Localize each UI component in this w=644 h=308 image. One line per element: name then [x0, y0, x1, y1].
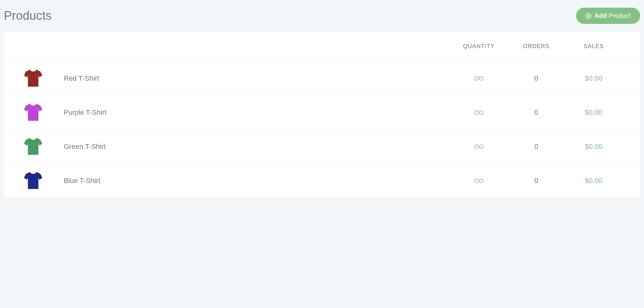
tshirt-icon: [22, 169, 45, 192]
orders-cell: 0: [508, 108, 565, 117]
product-cell: Blue T-Shirt: [22, 170, 450, 192]
page-title: Products: [4, 9, 52, 23]
orders-cell: 0: [508, 74, 565, 83]
product-name: Blue T-Shirt: [64, 177, 100, 185]
add-button-label-light: Product: [609, 12, 631, 19]
product-cell: Red T-Shirt: [22, 67, 450, 90]
table-row[interactable]: Red T-Shirt 0 $0.00: [4, 62, 640, 96]
orders-cell: 0: [508, 177, 565, 185]
product-name: Purple T-Shirt: [64, 108, 106, 117]
tshirt-icon: [22, 67, 45, 90]
quantity-cell: [450, 75, 508, 82]
infinity-icon: [473, 75, 484, 82]
orders-cell: 0: [508, 143, 565, 151]
table-row[interactable]: Purple T-Shirt 0 $0.00: [4, 96, 640, 130]
column-orders: ORDERS: [508, 43, 565, 50]
tshirt-icon: [22, 135, 45, 158]
table-row[interactable]: Blue T-Shirt 0 $0.00: [4, 164, 640, 198]
product-name: Green T-Shirt: [64, 143, 106, 151]
sales-cell: $0.00: [565, 74, 622, 83]
product-cell: Green T-Shirt: [22, 136, 450, 158]
column-sales: SALES: [565, 43, 622, 50]
quantity-cell: [450, 178, 508, 184]
tshirt-icon: [22, 101, 45, 124]
table-header: QUANTITY ORDERS SALES: [4, 32, 640, 62]
infinity-icon: [473, 143, 484, 150]
product-cell: Purple T-Shirt: [22, 101, 450, 124]
column-quantity: QUANTITY: [450, 43, 508, 50]
product-name: Red T-Shirt: [64, 74, 99, 83]
sales-cell: $0.00: [565, 108, 622, 117]
quantity-cell: [450, 143, 508, 150]
add-button-label-strong: Add: [595, 12, 607, 19]
add-product-button[interactable]: Add Product: [576, 8, 640, 24]
infinity-icon: [473, 109, 484, 116]
quantity-cell: [450, 109, 508, 116]
sales-cell: $0.00: [565, 143, 622, 151]
sales-cell: $0.00: [565, 177, 622, 185]
products-table: QUANTITY ORDERS SALES Red T-Shirt 0 $0.0…: [4, 32, 640, 198]
table-row[interactable]: Green T-Shirt 0 $0.00: [4, 130, 640, 164]
infinity-icon: [473, 178, 484, 184]
plus-circle-icon: [586, 13, 591, 19]
column-name: [22, 43, 450, 50]
